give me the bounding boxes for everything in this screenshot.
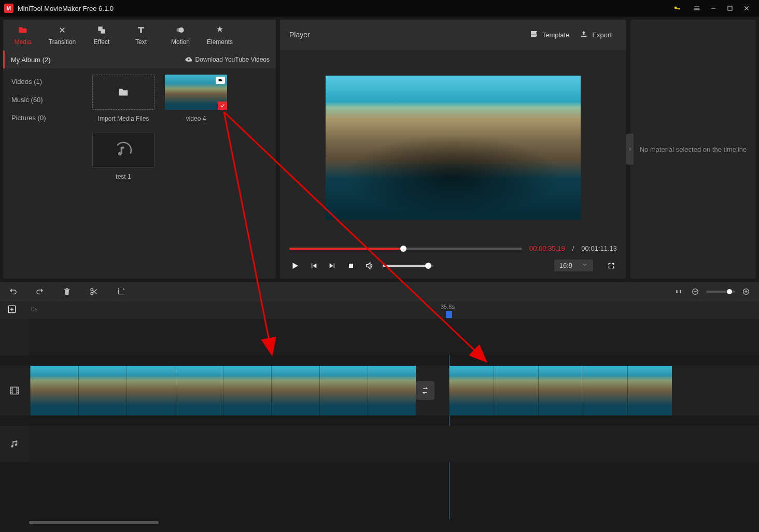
volume-thumb[interactable]	[425, 263, 431, 269]
hamburger-icon[interactable]	[688, 0, 705, 17]
category-videos[interactable]: Videos (1)	[3, 73, 86, 91]
player-panel: Player Template Export 00:00:35.19 / 00:	[280, 20, 626, 279]
tab-elements-label: Elements	[207, 38, 233, 46]
seek-track[interactable]	[289, 248, 522, 250]
redo-button[interactable]	[34, 286, 46, 297]
audio-track-body[interactable]	[29, 426, 759, 462]
collapse-inspector-button[interactable]	[626, 134, 634, 165]
seek-thumb[interactable]	[400, 246, 406, 252]
tab-transition-label: Transition	[49, 38, 76, 46]
no-selection-text: No material selected on the timeline	[640, 146, 747, 153]
audio-track-head[interactable]	[0, 426, 29, 462]
media-item-video4[interactable]: video 4	[165, 75, 227, 122]
svg-rect-8	[349, 264, 353, 268]
template-label: Template	[542, 31, 570, 39]
prev-frame-button[interactable]	[308, 260, 319, 271]
import-media-thumb	[92, 75, 154, 110]
overlay-track	[0, 319, 759, 355]
volume-button[interactable]	[364, 260, 375, 271]
download-youtube-link[interactable]: Download YouTube Videos	[185, 55, 270, 64]
volume-fill	[383, 265, 428, 267]
media-thumb-test1	[92, 133, 154, 168]
check-badge-icon	[218, 102, 227, 110]
album-title: My Album (2)	[11, 56, 51, 64]
overlay-track-head[interactable]	[0, 319, 29, 355]
zoom-thumb[interactable]	[727, 289, 732, 294]
zoom-in-button[interactable]	[740, 286, 752, 297]
tab-media-label: Media	[15, 38, 32, 46]
media-categories: Videos (1) Music (60) Pictures (0)	[3, 68, 86, 279]
video-badge-icon	[216, 77, 225, 84]
undo-button[interactable]	[7, 286, 19, 297]
key-icon[interactable]	[669, 0, 685, 17]
timeline-clip-1[interactable]	[30, 366, 416, 415]
playhead-handle[interactable]	[446, 311, 452, 318]
crop-button[interactable]	[115, 286, 126, 297]
timeline-zoom	[673, 286, 752, 297]
import-media-label: Import Media Files	[98, 115, 149, 122]
tab-transition[interactable]: Transition	[43, 20, 82, 51]
timeline-clip-2[interactable]	[449, 366, 672, 415]
aspect-ratio-label: 16:9	[559, 262, 572, 269]
export-label: Export	[592, 31, 612, 39]
import-media-item[interactable]: Import Media Files	[92, 75, 154, 122]
svg-rect-1	[728, 6, 732, 10]
timeline-ruler[interactable]: 0s 35.8s	[0, 301, 759, 319]
timeline-tracks	[0, 319, 759, 519]
media-body: Videos (1) Music (60) Pictures (0) Impor…	[3, 68, 276, 279]
motion-icon	[175, 25, 186, 35]
tab-effect[interactable]: Effect	[82, 20, 121, 51]
timeline-scrollbar[interactable]	[0, 519, 759, 526]
seek-fill	[289, 248, 403, 250]
zoom-out-button[interactable]	[690, 286, 701, 297]
transition-slot-button[interactable]	[416, 381, 434, 400]
tab-elements[interactable]: Elements	[200, 20, 240, 51]
svg-point-7	[116, 142, 131, 158]
timeline: 0s 35.8s	[0, 282, 759, 526]
player-video-area	[280, 50, 626, 240]
video-track-head[interactable]	[0, 366, 29, 415]
media-label-test1: test 1	[116, 173, 131, 180]
overlay-track-body[interactable]	[29, 319, 759, 355]
split-button[interactable]	[88, 286, 100, 297]
player-controls: 00:00:35.19 / 00:01:11.13 16:9	[280, 240, 626, 279]
control-row: 16:9	[289, 260, 617, 271]
template-icon	[530, 30, 538, 40]
stop-button[interactable]	[345, 260, 357, 271]
export-button[interactable]: Export	[574, 30, 617, 40]
maximize-button[interactable]	[722, 0, 738, 17]
video-track-body[interactable]	[29, 366, 759, 415]
swap-icon	[420, 386, 430, 395]
music-note-icon	[113, 140, 134, 161]
category-pictures[interactable]: Pictures (0)	[3, 109, 86, 127]
video-frame[interactable]	[326, 76, 581, 220]
svg-rect-12	[694, 291, 696, 292]
text-icon	[136, 25, 146, 35]
play-button[interactable]	[289, 260, 301, 271]
next-frame-button[interactable]	[327, 260, 338, 271]
category-music[interactable]: Music (60)	[3, 91, 86, 109]
zoom-fit-button[interactable]	[673, 286, 684, 297]
tab-media[interactable]: Media	[3, 20, 43, 51]
media-item-test1[interactable]: test 1	[92, 133, 154, 180]
tab-motion[interactable]: Motion	[161, 20, 200, 51]
aspect-ratio-select[interactable]: 16:9	[554, 260, 593, 271]
template-button[interactable]: Template	[525, 30, 575, 40]
minimize-button[interactable]	[705, 0, 722, 17]
media-grid: Import Media Files video 4 test 1	[86, 68, 276, 279]
zoom-track[interactable]	[706, 291, 735, 293]
tab-motion-label: Motion	[171, 38, 190, 46]
film-icon	[9, 385, 20, 396]
delete-button[interactable]	[61, 286, 73, 297]
fullscreen-button[interactable]	[606, 260, 617, 271]
volume-track[interactable]	[383, 265, 433, 267]
album-bar: My Album (2) Download YouTube Videos	[3, 51, 276, 68]
timeline-scrollbar-thumb[interactable]	[29, 521, 159, 524]
playhead-time-label: 35.8s	[441, 304, 455, 310]
export-icon	[580, 30, 588, 40]
cloud-download-icon	[185, 55, 192, 64]
tab-effect-label: Effect	[94, 38, 109, 46]
close-button[interactable]	[738, 0, 755, 17]
tab-text[interactable]: Text	[121, 20, 161, 51]
add-track-button[interactable]	[7, 305, 19, 316]
